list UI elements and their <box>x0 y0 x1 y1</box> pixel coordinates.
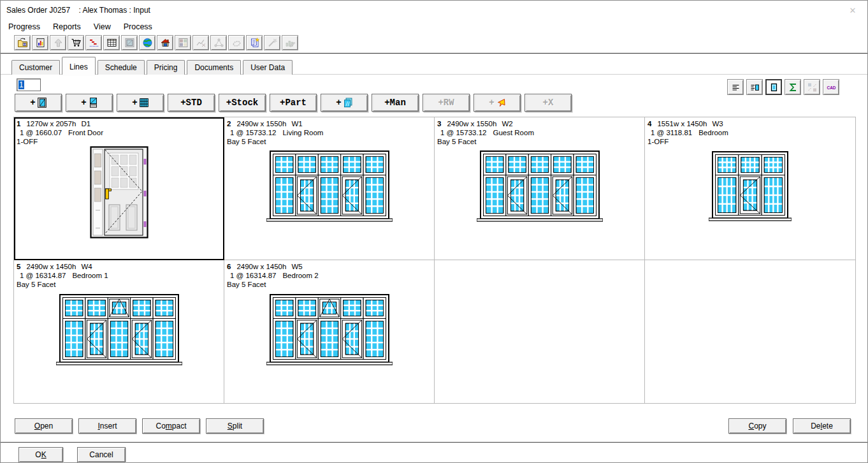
add-sash-button[interactable]: + <box>66 94 113 112</box>
lines-grid: 11270w x 2057hD11 @ 1660.07Front Door1-O… <box>13 117 856 404</box>
toolbar-button-schedule-gantt[interactable] <box>85 35 102 50</box>
tab-user-data[interactable]: User Data <box>243 60 293 75</box>
add-part-button[interactable]: +Part <box>270 94 317 112</box>
line-cell-1[interactable]: 11270w x 2057hD11 @ 1660.07Front Door1-O… <box>14 117 224 260</box>
window-drawing <box>14 289 224 403</box>
pattern-window-icon <box>178 38 189 48</box>
tab-lines[interactable]: Lines <box>62 57 96 75</box>
line-action-buttons: OpenInsertCompactSplit <box>15 418 264 434</box>
toolbar-button-pattern-window[interactable] <box>175 35 191 50</box>
tab-documents[interactable]: Documents <box>187 60 241 75</box>
house-icon <box>160 38 171 48</box>
line-room: Front Door <box>68 129 103 136</box>
toolbar-button-route[interactable] <box>228 35 245 50</box>
line-reference: W2 <box>502 120 512 128</box>
view-totals-button[interactable] <box>785 79 801 95</box>
view-text-picture-button[interactable] <box>746 79 763 95</box>
window-drawing <box>645 146 855 260</box>
door-drawing <box>14 146 224 260</box>
add-button-label: + <box>81 98 86 108</box>
window-drawing <box>224 289 434 403</box>
frame-icon <box>38 98 47 108</box>
toolbar-button-report-chart[interactable] <box>32 35 48 50</box>
add-frame-button[interactable]: + <box>15 94 62 112</box>
compact-button[interactable]: Compact <box>142 418 200 434</box>
toolbar-button-table-grid[interactable] <box>103 35 120 50</box>
view-text-list-button[interactable] <box>727 79 744 95</box>
view-cad-button[interactable]: CAD <box>823 79 839 95</box>
toolbar-button-globe[interactable] <box>139 35 156 50</box>
glass-icon <box>344 98 352 108</box>
grid-icon <box>140 98 148 108</box>
toolbar-button-open-order[interactable] <box>14 35 31 50</box>
add-button-label: + <box>30 98 35 108</box>
toolbar-button-graph-cut[interactable] <box>192 35 209 50</box>
tab-pricing[interactable]: Pricing <box>147 60 185 75</box>
add-glass-button[interactable]: + <box>321 94 368 112</box>
add-button-label: +Part <box>280 98 307 108</box>
line-number-input[interactable]: 1 <box>17 78 41 91</box>
add-button-label: +Man <box>384 98 406 108</box>
add-pointer-button[interactable]: + <box>474 94 521 112</box>
line-cell-6[interactable]: 62490w x 1450hW51 @ 16314.87Bedroom 2Bay… <box>224 260 435 403</box>
cancel-button[interactable]: Cancel <box>77 447 126 462</box>
toolbar-button-copy-docs[interactable] <box>246 35 263 50</box>
line-cell-4[interactable]: 41551w x 1450hW31 @ 3118.81Bedroom1-OFF <box>645 117 855 260</box>
close-icon[interactable]: ✕ <box>838 1 867 20</box>
add-button-label: +RW <box>438 98 454 108</box>
ok-button[interactable]: OK <box>18 447 63 462</box>
toolbar-button-window-design[interactable] <box>121 35 138 50</box>
copy-button[interactable]: Copy <box>728 418 786 434</box>
line-cell-2[interactable]: 22490w x 1550hW11 @ 15733.12Living RoomB… <box>224 117 435 260</box>
line-qty-price: 1 @ 15733.12 <box>230 129 276 136</box>
dialog-separator <box>1 442 867 443</box>
window-design-icon <box>124 38 135 48</box>
line-dimensions: 2490w x 1550h <box>236 120 286 128</box>
line-cell-empty <box>645 260 855 403</box>
text-picture-icon <box>749 82 760 92</box>
line-cell-3[interactable]: 32490w x 1550hW21 @ 15733.12Guest RoomBa… <box>435 117 645 260</box>
line-cell-5[interactable]: 52490w x 1450hW41 @ 16314.87Bedroom 1Bay… <box>14 260 224 403</box>
line-qty-price: 1 @ 16314.87 <box>20 272 66 279</box>
add-button-label: +STD <box>180 98 202 108</box>
add-std-button[interactable]: +STD <box>168 94 215 112</box>
line-room: Bedroom 1 <box>72 272 108 279</box>
line-dimensions: 2490w x 1450h <box>26 263 76 270</box>
sash-icon <box>89 98 98 108</box>
toolbar-button-house[interactable] <box>157 35 173 50</box>
toolbar-button-magic-wand[interactable] <box>264 35 280 50</box>
line-cell-text: 11270w x 2057hD11 @ 1660.07Front Door1-O… <box>14 117 224 146</box>
report-chart-icon <box>35 38 46 48</box>
tab-schedule[interactable]: Schedule <box>98 60 145 75</box>
open-button[interactable]: Open <box>15 418 73 434</box>
toolbar-button-upload-arrow[interactable] <box>50 35 66 50</box>
insert-button[interactable]: Insert <box>78 418 136 434</box>
toolbar <box>1 34 867 52</box>
add-grid-button[interactable]: + <box>117 94 164 112</box>
add-rw-button[interactable]: +RW <box>423 94 470 112</box>
line-config: 1-OFF <box>647 138 669 145</box>
toolbar-button-network[interactable] <box>210 35 227 50</box>
add-man-button[interactable]: +Man <box>372 94 419 112</box>
view-optimise-button[interactable] <box>804 79 820 95</box>
line-number: 5 <box>17 263 20 270</box>
toolbar-button-shopping-cart[interactable] <box>68 35 84 50</box>
add-stock-button[interactable]: +Stock <box>219 94 266 112</box>
menu-progress[interactable]: Progress <box>2 20 47 33</box>
copy-docs-icon <box>249 38 260 48</box>
split-button[interactable]: Split <box>206 418 264 434</box>
line-dimensions: 1551w x 1450h <box>657 120 707 128</box>
menu-process[interactable]: Process <box>117 20 159 33</box>
add-x-button[interactable]: +X <box>524 94 572 112</box>
tab-customer[interactable]: Customer <box>11 60 60 75</box>
line-reference: W5 <box>291 263 302 270</box>
menu-view[interactable]: View <box>87 20 117 33</box>
delete-button[interactable]: Delete <box>793 418 851 434</box>
toolbar-button-chart-edit[interactable] <box>282 35 298 50</box>
app-window: Sales Order J0257 : Alex Thomas : Input … <box>0 0 868 463</box>
menu-reports[interactable]: Reports <box>47 20 87 33</box>
schedule-gantt-icon <box>89 38 99 48</box>
pointer-icon <box>496 98 505 108</box>
view-picture-button[interactable] <box>765 79 782 95</box>
line-config: Bay 5 Facet <box>437 138 476 145</box>
